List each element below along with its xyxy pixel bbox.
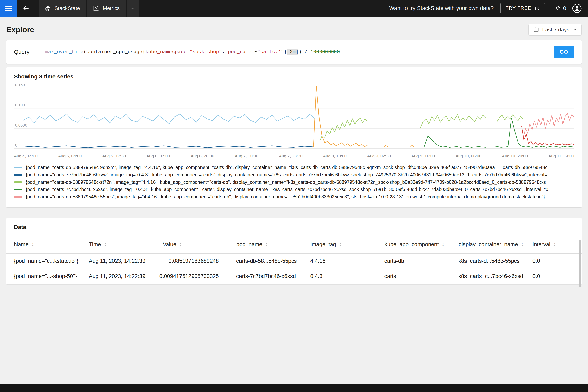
x-tick-label: Aug 10, 06:00 (456, 154, 482, 158)
column-label: display_container_name (458, 241, 518, 248)
legend: {pod_name="carts-db-588979548c-9qnxm", i… (14, 164, 574, 200)
user-icon (572, 4, 582, 13)
query-token: pod_name (228, 49, 251, 55)
legend-item[interactable]: {pod_name="carts-db-588979548c-9qnxm", i… (14, 164, 574, 171)
query-token: container_cpu_usage (86, 49, 142, 55)
legend-swatch (14, 196, 22, 198)
nav-stackstate[interactable]: StackState (38, 0, 86, 16)
x-tick-label: Aug 6, 20:30 (191, 154, 214, 158)
legend-label: {pod_name="carts-7c7bd7bc46-6hkvw", imag… (26, 172, 547, 178)
time-range-label: Last 7 days (542, 27, 570, 33)
sort-icon: ▲▼ (339, 242, 342, 247)
cell-display_container_name: k8s_carts-d...548c-55pcs (451, 254, 525, 269)
query-token: 1000000000 (310, 49, 340, 55)
time-range-selector[interactable]: Last 7 days (528, 24, 582, 36)
cell-Time: Aug 11, 2023, 14:22:39 (81, 269, 155, 284)
x-tick-label: Aug 10, 20:00 (502, 154, 528, 158)
series-line-carts-db-spike (410, 145, 414, 148)
series-line-carts-db-588979548c-st72n (420, 114, 486, 128)
cell-image_tag: 0.4.3 (303, 269, 377, 284)
column-header-Value[interactable]: Value▲▼ (155, 236, 229, 253)
cell-kube_app_component: carts (377, 269, 451, 284)
x-tick-label: Aug 11, 14:00 (548, 154, 574, 158)
x-tick-label: Aug 7, 10:00 (235, 154, 258, 158)
table-body: {pod_name="c...kstate.io"}Aug 11, 2023, … (6, 254, 582, 284)
series-line-carts-db-588979548c-9qnxm (24, 114, 315, 124)
column-header-Name[interactable]: Name▲▼ (6, 236, 81, 253)
query-code: max_over_time(container_cpu_usage{kube_n… (45, 49, 340, 55)
column-header-display_container_name[interactable]: display_container_name▲▼ (451, 236, 525, 253)
legend-label: {pod_name="carts-db-588979548c-9qnxm", i… (26, 165, 547, 170)
query-token: "carts.*" (257, 49, 284, 55)
query-token: { (142, 49, 145, 55)
chevron-down-icon (573, 28, 577, 32)
nav-dropdown-button[interactable] (126, 0, 139, 16)
pin-icon (554, 5, 560, 12)
series-line-carts-7c7bd7bc46-6hkvw (24, 146, 315, 148)
column-label: interval (533, 241, 550, 248)
sort-icon: ▲▼ (104, 242, 106, 247)
cell-Value: 0.085197183689248 (155, 254, 229, 269)
calendar-icon (533, 27, 539, 32)
x-axis-labels: Aug 4, 14:00Aug 5, 04:00Aug 5, 17:30Aug … (14, 154, 574, 158)
legend-item[interactable]: {pod_name="carts-db-588979548c-55pcs", i… (14, 193, 574, 201)
table-scrollbar[interactable] (578, 240, 581, 288)
table-row[interactable]: {pod_name="c...kstate.io"}Aug 11, 2023, … (6, 254, 582, 269)
y-tick-label: 0.150 (15, 84, 25, 87)
series-line-carts-db-588979548c-st72n (497, 115, 524, 122)
query-token: ] (296, 49, 298, 55)
cell-pod_name: carts-7c7bd7bc46-x6xsd (229, 269, 303, 284)
cell-kube_app_component: carts-db (377, 254, 451, 269)
go-button[interactable]: GO (554, 46, 574, 58)
legend-swatch (14, 174, 22, 176)
back-button[interactable] (16, 0, 36, 16)
page-title: Explore (6, 25, 34, 34)
y-tick-label: 0.0500 (15, 123, 27, 127)
table-row[interactable]: {pod_name="...-shop-50"}Aug 11, 2023, 14… (6, 269, 582, 284)
x-tick-label: Aug 8, 13:00 (323, 154, 346, 158)
avatar[interactable] (572, 4, 582, 13)
legend-swatch (14, 181, 22, 183)
sort-icon: ▲▼ (521, 242, 524, 247)
column-label: Name (14, 241, 28, 248)
series-line-carts-db-spike (314, 86, 368, 147)
y-tick-label: 0.100 (15, 103, 25, 107)
legend-item[interactable]: {pod_name="carts-db-588979548c-st72n", i… (14, 178, 574, 186)
series-line-carts-db-588979548c-55pcs (524, 113, 574, 137)
series-line-carts-7c7bd7bc46-x6xsd (424, 136, 486, 147)
query-token: ) (298, 49, 304, 55)
pin-button[interactable]: 0 (554, 5, 566, 12)
series-count-label: Showing 8 time series (14, 73, 574, 80)
column-header-interval[interactable]: interval▲▼ (525, 236, 582, 253)
x-tick-label: Aug 6, 07:00 (146, 154, 170, 158)
try-free-button[interactable]: TRY FREE (500, 3, 544, 14)
sort-icon: ▲▼ (442, 242, 444, 247)
y-tick-label: 0 (15, 143, 17, 148)
legend-item[interactable]: {pod_name="carts-7c7bd7bc46-6hkvw", imag… (14, 171, 574, 178)
external-link-icon (535, 6, 540, 11)
sort-icon: ▲▼ (265, 242, 268, 247)
nav-metrics[interactable]: Metrics (87, 0, 126, 16)
query-token: kube_namespace (145, 49, 186, 55)
legend-item[interactable]: {pod_name="carts-7c7bd7bc46-x6xsd", imag… (14, 186, 574, 193)
column-header-image_tag[interactable]: image_tag▲▼ (303, 236, 377, 253)
data-title: Data (6, 224, 582, 230)
query-token: ( (84, 49, 86, 55)
cell-Name: {pod_name="c...kstate.io"} (6, 254, 81, 269)
legend-label: {pod_name="carts-db-588979548c-55pcs", i… (26, 194, 545, 200)
chevron-down-icon (130, 6, 135, 10)
cell-pod_name: carts-db-58...548c-55pcs (229, 254, 303, 269)
column-label: image_tag (310, 241, 336, 248)
legend-swatch (14, 189, 22, 190)
column-header-pod_name[interactable]: pod_name▲▼ (229, 236, 303, 253)
column-header-kube_app_component[interactable]: kube_app_component▲▼ (377, 236, 451, 253)
hamburger-menu-button[interactable] (0, 0, 16, 16)
query-input[interactable]: max_over_time(container_cpu_usage{kube_n… (41, 46, 554, 58)
column-label: kube_app_component (384, 241, 439, 248)
query-token: = (186, 49, 190, 55)
x-tick-label: Aug 9, 02:30 (367, 154, 391, 158)
column-header-Time[interactable]: Time▲▼ (81, 236, 155, 253)
x-tick-label: Aug 5, 04:00 (58, 154, 82, 158)
query-label: Query (14, 49, 41, 55)
column-label: pod_name (236, 241, 262, 248)
